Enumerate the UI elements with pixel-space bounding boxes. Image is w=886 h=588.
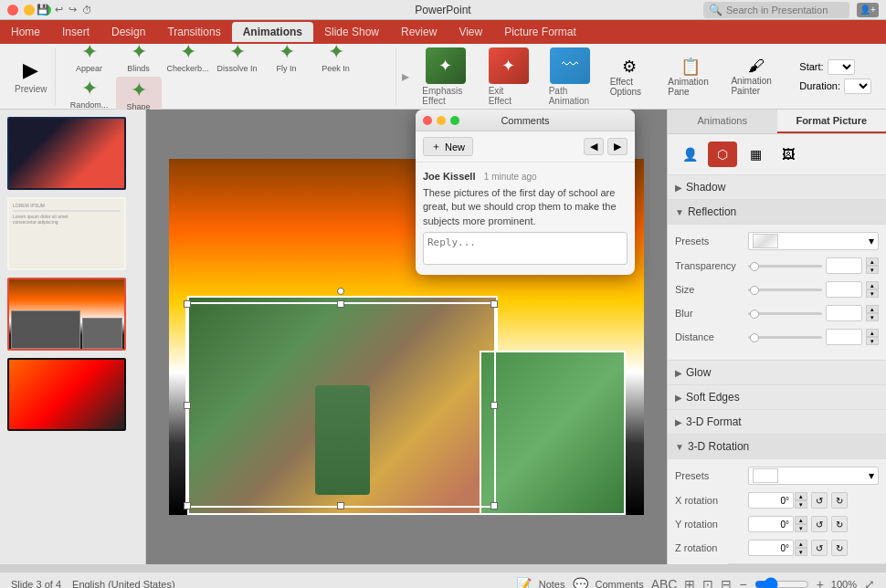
comments-close[interactable] — [423, 116, 432, 125]
blur-slider[interactable] — [748, 312, 822, 315]
x-rotation-input[interactable] — [748, 492, 794, 509]
animation-painter-button[interactable]: 🖌 Animation Painter — [723, 53, 788, 100]
fit-window-icon[interactable]: ⤢ — [864, 577, 875, 589]
perspective-input — [727, 563, 883, 564]
y-rotate-right-btn[interactable]: ↻ — [831, 516, 848, 532]
distance-down[interactable]: ▾ — [866, 337, 879, 345]
close-button[interactable] — [7, 5, 18, 16]
blur-up[interactable]: ▴ — [866, 305, 879, 313]
slide-thumb-4[interactable]: 4 — [7, 358, 138, 431]
anim-dissolve[interactable]: ✦ Dissolve In — [215, 40, 260, 73]
view-normal-icon[interactable]: ⊞ — [684, 577, 695, 589]
3d-format-section-header[interactable]: ▶ 3-D Format — [668, 410, 886, 435]
shape-icon-btn[interactable]: ⬡ — [708, 142, 737, 167]
fill-icon-btn[interactable]: 👤 — [675, 142, 704, 167]
slide-thumb-3[interactable]: 3 — [7, 278, 138, 351]
soft-edges-section-header[interactable]: ▶ Soft Edges — [668, 385, 886, 410]
exit-effect[interactable]: ✦ Exit Effect — [489, 47, 529, 106]
canvas-area[interactable]: Comments ＋ New ◀ ▶ Joe Kissell 1 minute … — [146, 110, 667, 564]
z-rotate-left-btn[interactable]: ↺ — [811, 540, 828, 556]
preview-button[interactable]: ▶ — [23, 58, 38, 82]
transparency-slider[interactable] — [748, 265, 822, 268]
new-comment-button[interactable]: ＋ New — [423, 137, 473, 156]
effect-options-button[interactable]: ⚙ Effect Options — [603, 53, 658, 100]
z-rotate-right-btn[interactable]: ↻ — [831, 540, 848, 556]
comments-maximize[interactable] — [450, 116, 459, 125]
anim-checker[interactable]: ✦ Checkerb... — [165, 40, 211, 73]
comments-icon[interactable]: 💬 — [573, 577, 588, 589]
z-rotation-down[interactable]: ▾ — [795, 548, 807, 556]
transparency-down[interactable]: ▾ — [866, 266, 879, 274]
blur-down[interactable]: ▾ — [866, 313, 879, 321]
x-rotation-down[interactable]: ▾ — [795, 500, 807, 509]
tab-review[interactable]: Review — [390, 22, 448, 44]
3d-rotation-section-header[interactable]: ▼ 3-D Rotation — [668, 435, 886, 459]
emphasis-effect[interactable]: ✦ Emphasis Effect — [422, 47, 468, 106]
zoom-slider[interactable] — [754, 577, 809, 589]
y-rotation-down[interactable]: ▾ — [795, 524, 807, 532]
anim-appear[interactable]: ✦ Appear — [67, 40, 112, 73]
start-label: Start: — [799, 61, 823, 72]
reflection-section-header[interactable]: ▼ Reflection — [668, 200, 886, 225]
reply-input[interactable] — [423, 232, 628, 265]
anim-shape[interactable]: ✦ Shape — [116, 77, 162, 113]
duration-dropdown[interactable] — [844, 79, 871, 94]
start-dropdown[interactable] — [828, 59, 855, 75]
view-reading-icon[interactable]: ⊟ — [721, 577, 732, 589]
slide-thumb-1[interactable]: 1 — [7, 117, 138, 190]
path-animation[interactable]: 〰 Path Animation — [549, 47, 592, 106]
size-label: Size — [675, 284, 748, 295]
z-rotation-up[interactable]: ▴ — [795, 540, 807, 548]
comments-next-button[interactable]: ▶ — [607, 138, 628, 155]
slide-thumb-2[interactable]: 2 LOREM IPSUM Lorem ipsum dolor sit amet… — [7, 197, 138, 270]
share-button[interactable]: 👤+ — [857, 3, 879, 17]
rotation-presets-dropdown[interactable]: ▾ — [748, 467, 879, 485]
animation-pane-button[interactable]: 📋 Animation Pane — [660, 53, 720, 100]
distance-thumb[interactable] — [750, 333, 759, 342]
spelling-icon[interactable]: ABC — [651, 577, 678, 589]
x-rotation-up[interactable]: ▴ — [795, 492, 807, 500]
search-box[interactable]: 🔍 — [703, 2, 849, 18]
y-rotation-up[interactable]: ▴ — [795, 516, 807, 524]
more-animations-icon[interactable]: ▸ — [402, 68, 409, 85]
distance-slider[interactable] — [748, 336, 822, 339]
notes-label[interactable]: Notes — [539, 579, 565, 589]
x-rotate-right-btn[interactable]: ↻ — [831, 492, 848, 509]
horizontal-scrollbar[interactable] — [0, 564, 886, 572]
comments-prev-button[interactable]: ◀ — [584, 138, 604, 155]
x-rotate-left-btn[interactable]: ↺ — [811, 492, 828, 509]
comments-status-label[interactable]: Comments — [596, 579, 644, 589]
size-slider[interactable] — [748, 289, 822, 291]
glow-section-header[interactable]: ▶ Glow — [668, 361, 886, 385]
transparency-up[interactable]: ▴ — [866, 257, 879, 266]
zoom-out-icon[interactable]: − — [739, 577, 746, 589]
y-rotate-left-btn[interactable]: ↺ — [811, 516, 828, 532]
view-outline-icon[interactable]: ⊡ — [702, 577, 713, 589]
distance-up[interactable]: ▴ — [866, 329, 879, 337]
tab-picture-format[interactable]: Picture Format — [493, 22, 587, 44]
anim-random[interactable]: ✦ Random... — [67, 77, 112, 113]
tab-view[interactable]: View — [448, 22, 493, 44]
reflection-presets-dropdown[interactable]: ▾ — [748, 232, 879, 250]
transparency-thumb[interactable] — [750, 262, 759, 271]
panel-tab-format-picture[interactable]: Format Picture — [777, 110, 887, 133]
anim-blinds[interactable]: ✦ Blinds — [116, 40, 162, 73]
minimize-button[interactable] — [24, 5, 35, 16]
size-thumb[interactable] — [750, 286, 759, 295]
z-rotation-input[interactable] — [748, 540, 794, 556]
comments-minimize[interactable] — [437, 116, 446, 125]
blur-thumb[interactable] — [750, 310, 759, 319]
search-input[interactable] — [726, 5, 836, 16]
shadow-section-header[interactable]: ▶ Shadow — [668, 175, 886, 200]
zoom-in-icon[interactable]: + — [817, 577, 824, 589]
image-icon-btn[interactable]: 🖼 — [774, 142, 803, 167]
anim-fly[interactable]: ✦ Fly In — [264, 40, 310, 73]
notes-button[interactable]: 📝 — [516, 577, 532, 589]
size-up[interactable]: ▴ — [866, 281, 879, 289]
panel-tab-animations[interactable]: Animations — [668, 110, 777, 133]
layout-icon-btn[interactable]: ▦ — [741, 142, 770, 167]
y-rotation-input[interactable] — [748, 516, 794, 532]
size-down[interactable]: ▾ — [866, 289, 879, 298]
anim-peek[interactable]: ✦ Peek In — [313, 40, 359, 73]
tab-home[interactable]: Home — [0, 22, 51, 44]
